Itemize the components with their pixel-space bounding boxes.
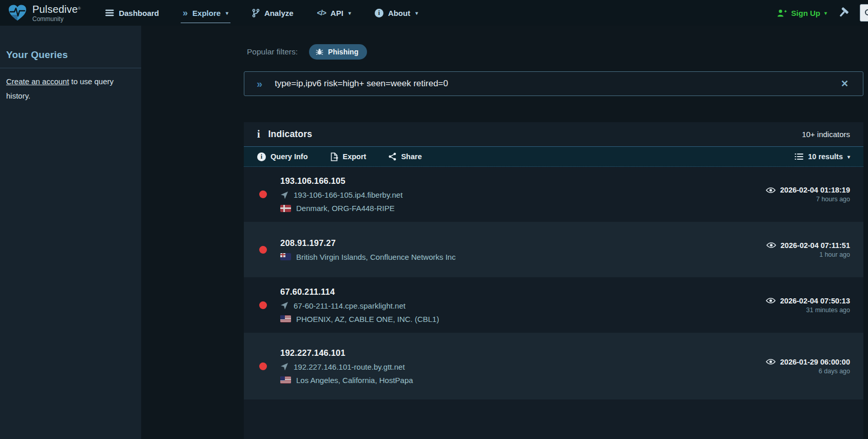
share-icon	[389, 152, 396, 161]
last-seen-timestamp: 2026-02-04 07:50:13	[766, 297, 850, 305]
code-icon: </>	[317, 9, 326, 17]
info-circle-icon	[257, 152, 266, 161]
results-toolbar: Query Info Export Share	[244, 146, 863, 167]
person-plus-icon	[777, 9, 787, 17]
indicator-location: British Virgin Islands, Confluence Netwo…	[296, 253, 456, 261]
flag-british-virgin-islands-icon	[280, 253, 291, 260]
relative-time: 31 minutes ago	[766, 307, 850, 314]
nav-item-about[interactable]: About ▾	[375, 9, 418, 17]
info-icon: i	[257, 128, 260, 140]
query-info-button[interactable]: Query Info	[257, 152, 308, 161]
registered-mark: ®	[78, 6, 81, 10]
indicator-row[interactable]: 67.60.211.114 67-60-211-114.cpe.sparklig…	[244, 277, 863, 333]
nav-item-analyze[interactable]: Analyze	[252, 9, 294, 17]
location-line: British Virgin Islands, Confluence Netwo…	[280, 253, 766, 261]
sign-up-button[interactable]: Sign Up ▾	[777, 9, 827, 17]
indicator-location: PHOENIX, AZ, CABLE ONE, INC. (CBL1)	[296, 315, 439, 323]
indicator-ip[interactable]: 67.60.211.114	[280, 287, 766, 297]
main-area: Popular filters: Phishing » ✕ i Indicat	[141, 26, 868, 439]
indicator-ip[interactable]: 193.106.166.105	[280, 176, 766, 186]
indicator-hostname: 193-106-166-105.ip4.fiberby.net	[294, 190, 402, 199]
nav-item-api[interactable]: </> API ▾	[317, 9, 351, 17]
chevron-down-icon: ▾	[824, 10, 827, 16]
last-seen-timestamp: 2026-01-29 06:00:00	[766, 358, 850, 366]
panel-title: Indicators	[268, 129, 313, 140]
results-count-dropdown[interactable]: 10 results ▾	[795, 152, 850, 161]
top-navbar: Pulsedive® Community Dashboard » Explore…	[0, 0, 868, 26]
eye-icon	[766, 187, 776, 194]
indicator-hostname: 67-60-211-114.cpe.sparklight.net	[294, 301, 406, 310]
eye-icon	[766, 297, 776, 304]
search-icon[interactable]	[860, 4, 868, 22]
popular-filters-label: Popular filters:	[247, 47, 298, 56]
indicator-hostname: 192.227.146.101-route.by.gtt.net	[294, 362, 405, 371]
share-button[interactable]: Share	[389, 152, 421, 161]
brand-subtitle: Community	[32, 16, 81, 22]
indicator-row[interactable]: 208.91.197.27 British Virgin Islands, Co…	[244, 222, 863, 277]
main-nav: Dashboard » Explore ▾ Analyze </> API ▾ …	[105, 8, 418, 17]
clear-query-icon[interactable]: ✕	[839, 77, 851, 90]
navbar-right: Sign Up ▾	[777, 4, 868, 22]
pulsedive-heart-icon	[7, 4, 28, 22]
nav-item-dashboard[interactable]: Dashboard	[105, 9, 159, 17]
sidebar-title: Your Queries	[6, 49, 141, 61]
location-line: PHOENIX, AZ, CABLE ONE, INC. (CBL1)	[280, 315, 766, 323]
relative-time: 7 hours ago	[766, 196, 850, 203]
content-column: Popular filters: Phishing » ✕ i Indicat	[244, 26, 863, 439]
query-search-bar: » ✕	[244, 71, 863, 96]
indicator-location: Denmark, ORG-FA448-RIPE	[296, 204, 395, 213]
risk-red-dot	[259, 190, 267, 198]
indicator-location: Los Angeles, California, HostPapa	[296, 376, 413, 385]
popular-filters-row: Popular filters: Phishing	[247, 44, 367, 60]
eye-icon	[766, 358, 776, 365]
info-circle-icon	[375, 9, 383, 17]
last-seen-timestamp: 2026-02-04 07:11:51	[766, 241, 850, 250]
risk-red-dot	[259, 362, 267, 370]
flag-denmark-icon	[280, 205, 291, 212]
query-input[interactable]	[275, 79, 839, 89]
relative-time: 1 hour ago	[766, 251, 850, 258]
chevron-down-icon: ▾	[226, 10, 228, 16]
hostname-line: 193-106-166-105.ip4.fiberby.net	[280, 190, 766, 199]
indicator-row[interactable]: 193.106.166.105 193-106-166-105.ip4.fibe…	[244, 167, 863, 222]
sidebar-note: Create an account to use query history.	[6, 74, 134, 103]
risk-red-dot	[259, 246, 267, 254]
bug-icon	[316, 48, 323, 55]
hostname-line: 192.227.146.101-route.by.gtt.net	[280, 362, 766, 371]
last-seen-timestamp: 2026-02-04 01:18:19	[766, 186, 850, 194]
flag-united-states-icon	[280, 376, 291, 384]
create-account-link[interactable]: Create an account	[6, 77, 69, 86]
export-button[interactable]: Export	[331, 152, 367, 161]
export-icon	[331, 152, 338, 161]
risk-red-dot	[259, 301, 267, 309]
double-chevron-icon: »	[257, 79, 262, 89]
brand-name: Pulsedive	[32, 4, 78, 15]
branch-icon	[252, 9, 260, 17]
hammer-icon[interactable]	[837, 7, 850, 19]
indicator-ip[interactable]: 208.91.197.27	[280, 238, 766, 248]
indicator-row[interactable]: 192.227.146.101 192.227.146.101-route.by…	[244, 333, 863, 399]
row-continuation	[244, 399, 863, 439]
queries-sidebar: Your Queries Create an account to use qu…	[0, 26, 141, 439]
nav-item-explore[interactable]: » Explore ▾	[183, 8, 228, 17]
relative-time: 6 days ago	[766, 368, 850, 375]
indicator-count: 10+ indicators	[802, 130, 850, 139]
chevron-down-icon: ▾	[847, 154, 850, 160]
indicators-header: i Indicators 10+ indicators	[244, 122, 863, 146]
location-arrow-icon	[280, 362, 288, 371]
hostname-line: 67-60-211-114.cpe.sparklight.net	[280, 301, 766, 310]
filter-chip-phishing[interactable]: Phishing	[309, 44, 367, 60]
chevron-down-icon: ▾	[349, 10, 351, 16]
double-chevron-icon: »	[183, 8, 188, 17]
indicators-panel: i Indicators 10+ indicators Query Info E…	[244, 122, 863, 439]
pulsedive-app: Pulsedive® Community Dashboard » Explore…	[0, 0, 868, 439]
flag-united-states-icon	[280, 315, 291, 322]
location-line: Los Angeles, California, HostPapa	[280, 376, 766, 385]
list-icon	[795, 153, 803, 160]
indicator-ip[interactable]: 192.227.146.101	[280, 348, 766, 358]
location-arrow-icon	[280, 301, 288, 310]
chevron-down-icon: ▾	[415, 10, 418, 16]
sidebar-divider	[0, 68, 141, 68]
location-arrow-icon	[280, 191, 288, 199]
brand-logo[interactable]: Pulsedive® Community	[7, 4, 81, 22]
